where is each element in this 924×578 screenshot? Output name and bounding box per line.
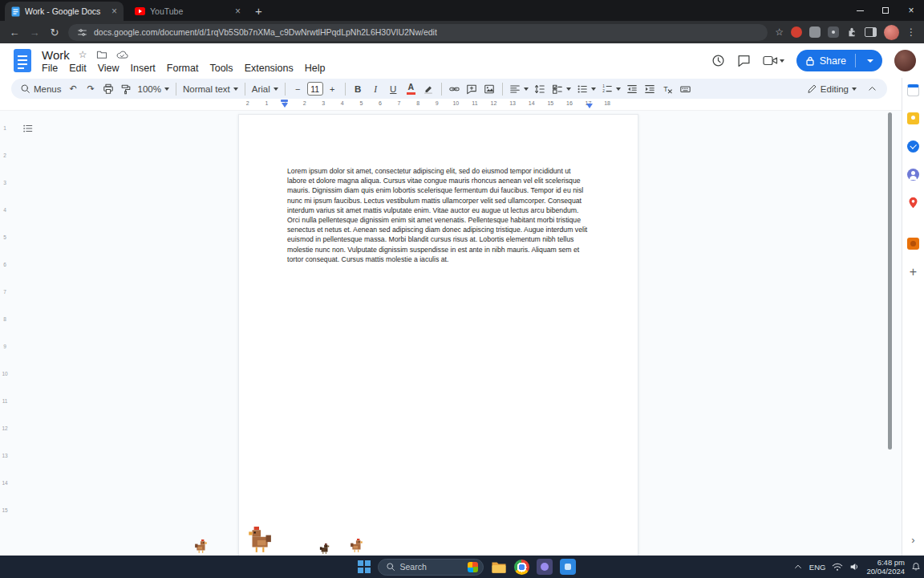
search-placeholder: Search [400,562,463,572]
taskbar-search[interactable]: Search [378,559,484,576]
window-close-button[interactable]: × [898,0,924,21]
taskbar-app-icon[interactable] [560,559,576,575]
toolbar-right: Editing [804,80,881,98]
window-maximize-button[interactable] [873,0,898,21]
share-button[interactable]: Share [796,50,882,71]
menu-item[interactable]: Tools [205,63,237,74]
left-indent-marker[interactable] [282,100,288,108]
browser-menu-kebab-icon[interactable]: ⋮ [906,26,916,38]
window-minimize-button[interactable] [847,0,873,21]
menu-item[interactable]: File [37,63,63,74]
clear-formatting-button[interactable]: T [659,80,676,98]
undo-button[interactable]: ↶ [65,80,82,98]
hidden-icons-chevron[interactable] [793,562,803,572]
insert-image-button[interactable] [481,80,498,98]
google-docs-logo[interactable] [13,48,32,73]
numbered-list-dropdown[interactable]: 12 [599,80,623,98]
paint-format-button[interactable] [118,80,135,98]
site-settings-icon[interactable] [77,27,87,38]
chrome-icon[interactable] [514,560,529,575]
show-outline-button[interactable] [19,120,35,136]
back-icon[interactable]: ← [8,26,21,39]
menus-search-button[interactable]: Menus [18,80,64,98]
right-indent-marker[interactable] [586,103,593,108]
version-history-icon[interactable] [711,54,725,67]
file-explorer-icon[interactable] [491,560,507,574]
document-status-cloud-icon[interactable] [116,50,128,59]
decrease-font-size-button[interactable]: − [290,80,306,98]
print-button[interactable] [100,80,117,98]
document-text[interactable]: Lorem ipsum dolor sit amet, consectetur … [239,115,638,264]
decrease-indent-button[interactable] [624,80,641,98]
taskbar-clock[interactable]: 6:48 pm 20/04/2024 [866,558,905,576]
menu-item[interactable]: Format [162,63,204,74]
side-panel-expand-button[interactable]: › [911,534,914,546]
paragraph-style-dropdown[interactable]: Normal text [180,80,241,98]
calendar-icon[interactable] [907,84,919,96]
contacts-icon[interactable] [907,169,919,181]
underline-button[interactable]: U [385,80,402,98]
share-dropdown-icon[interactable] [867,59,873,63]
language-indicator[interactable]: ENG [809,563,826,572]
document-page[interactable]: Lorem ipsum dolor sit amet, consectetur … [238,114,638,556]
checklist-dropdown[interactable] [549,80,573,98]
tab-google-docs[interactable]: Work - Google Docs × [5,2,124,21]
document-title[interactable]: Work [42,48,70,62]
input-tools-button[interactable] [677,80,694,98]
adblock-extension-icon[interactable] [791,26,802,38]
get-add-ons-button[interactable]: + [907,266,919,278]
insert-link-button[interactable] [446,80,463,98]
tab-close-icon[interactable]: × [111,6,117,17]
menu-item[interactable]: Help [300,63,330,74]
notifications-bell-icon[interactable] [911,562,921,572]
line-spacing-button[interactable] [532,80,549,98]
redo-button[interactable]: ↷ [83,80,99,98]
wifi-icon[interactable] [832,563,843,572]
start-button[interactable] [358,560,371,573]
ruler-numbers: 21123456789101112131415161718 [238,100,617,106]
increase-indent-button[interactable] [642,80,659,98]
highlight-color-button[interactable] [420,80,437,98]
extensions-puzzle-icon[interactable] [846,26,857,38]
volume-icon[interactable] [849,562,860,572]
tab-youtube[interactable]: YouTube × [128,2,247,21]
bold-button[interactable]: B [350,80,367,98]
menu-item[interactable]: Edit [64,63,91,74]
new-tab-button[interactable]: + [255,4,262,18]
side-panel-icon[interactable] [865,27,877,37]
tab-close-icon[interactable]: × [235,6,241,17]
align-dropdown[interactable] [507,80,531,98]
forward-icon[interactable]: → [28,26,41,39]
font-dropdown[interactable]: Arial [249,80,281,98]
editing-mode-dropdown[interactable]: Editing [804,80,859,98]
vertical-scrollbar[interactable] [888,112,892,450]
taskbar-app-icon[interactable] [537,559,553,575]
move-folder-icon[interactable] [96,50,107,59]
keep-icon[interactable] [907,112,919,124]
maps-icon[interactable] [907,197,919,209]
extension-icon[interactable] [809,26,821,38]
menu-item[interactable]: Extensions [240,63,298,74]
hide-menus-button[interactable] [864,80,881,98]
horizontal-ruler[interactable]: 21123456789101112131415161718 [0,99,902,111]
account-avatar[interactable] [894,50,916,71]
extension-icon[interactable] [828,26,839,38]
font-size-input[interactable]: 11 [307,82,323,96]
browser-profile-avatar[interactable] [884,25,899,40]
add-comment-button[interactable] [464,80,480,98]
star-document-icon[interactable]: ☆ [79,50,87,59]
bulleted-list-dropdown[interactable] [574,80,598,98]
tasks-icon[interactable] [907,140,919,153]
zoom-dropdown[interactable]: 100% [136,80,172,98]
menu-item[interactable]: View [93,63,124,74]
omnibox[interactable]: docs.google.com/document/d/1rqVb5S0b7nXM… [68,24,768,41]
italic-button[interactable]: I [367,80,384,98]
bookmark-star-icon[interactable]: ☆ [775,26,784,38]
comments-icon[interactable] [737,54,751,67]
video-call-button[interactable] [763,55,784,67]
extension-icon[interactable] [907,238,919,250]
menu-item[interactable]: Insert [126,63,160,74]
text-color-button[interactable]: A [403,80,419,98]
reload-icon[interactable]: ↻ [48,26,61,39]
increase-font-size-button[interactable]: + [324,80,341,98]
